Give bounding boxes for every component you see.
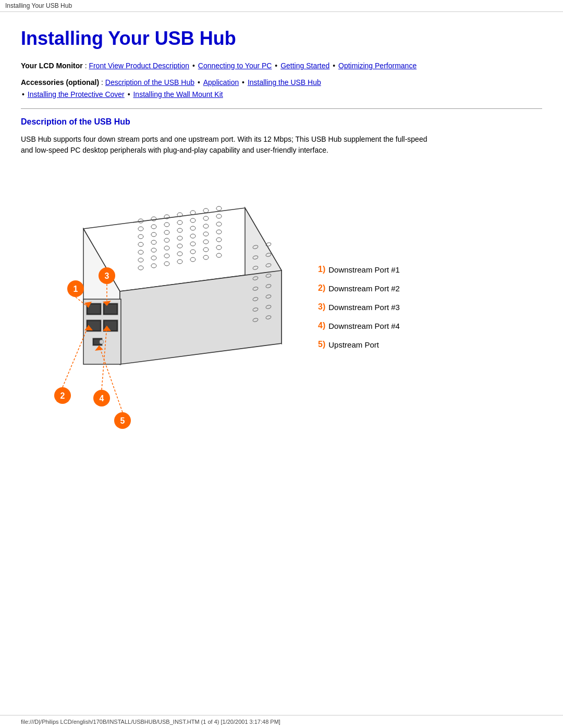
legend-num-1: 1) [318,265,325,274]
legend-item-2: 2) Downstream Port #2 [318,283,400,293]
page-content: Installing Your USB Hub Your LCD Monitor… [0,12,563,468]
diagram-area: 1 3 2 4 5 [21,166,542,437]
footer-text: file:///D|/Philips LCD/english/170B/INST… [21,719,280,725]
legend-item-1: 1) Downstream Port #1 [318,265,400,274]
legend-num-2: 2) [318,283,325,293]
link-wall-mount[interactable]: Installing the Wall Mount Kit [133,90,223,98]
legend-item-3: 3) Downstream Port #3 [318,302,400,312]
svg-text:2: 2 [60,391,65,400]
footer-bar: file:///D|/Philips LCD/english/170B/INST… [0,715,563,728]
svg-text:5: 5 [120,416,125,425]
bullet-2: • [275,61,279,70]
legend-text-5: Upstream Port [328,340,379,349]
browser-tab-label: Installing Your USB Hub [5,2,72,9]
link-protective[interactable]: Installing the Protective Cover [28,90,125,98]
accessories-nav: Accessories (optional) : Description of … [21,77,542,100]
section-title: Description of the USB Hub [21,117,542,127]
legend-item-4: 4) Downstream Port #4 [318,321,400,330]
svg-text:4: 4 [100,394,104,403]
description-text: USB Hub supports four down stream ports … [21,134,427,156]
svg-point-9 [203,208,209,213]
link-getting-started[interactable]: Getting Started [280,61,329,70]
svg-rect-73 [104,304,117,314]
svg-text:1: 1 [74,285,78,293]
legend-num-4: 4) [318,321,325,330]
accessories-label: Accessories (optional) [21,78,99,87]
acc-colon: : [101,78,105,87]
legend-text-4: Downstream Port #4 [328,322,400,330]
svg-text:3: 3 [105,272,109,280]
lcd-monitor-label: Your LCD Monitor [21,61,83,70]
lcd-monitor-nav: Your LCD Monitor : Front View Product De… [21,60,542,71]
usb-hub-svg: 1 3 2 4 5 [21,166,297,437]
acc-bullet-4: • [128,90,132,98]
legend-text-3: Downstream Port #3 [328,303,400,312]
section-divider [21,108,542,109]
acc-bullet-3: • [22,90,27,98]
page-title: Installing Your USB Hub [21,28,542,50]
svg-point-8 [190,211,195,215]
bullet-1: • [192,61,197,70]
svg-point-80 [100,340,104,344]
legend-num-5: 5) [318,340,325,349]
link-optimizing[interactable]: Optimizing Performance [338,61,417,70]
legend-text-1: Downstream Port #1 [328,265,400,274]
acc-bullet-1: • [198,78,202,87]
svg-point-10 [216,206,222,211]
legend-text-2: Downstream Port #2 [328,284,400,293]
link-front-view[interactable]: Front View Product Description [89,61,189,70]
legend-area: 1) Downstream Port #1 2) Downstream Port… [318,254,400,349]
link-installing-usb[interactable]: Installing the USB Hub [248,78,321,87]
link-application[interactable]: Application [203,78,239,87]
link-connecting[interactable]: Connecting to Your PC [198,61,272,70]
legend-num-3: 3) [318,302,325,312]
bullet-3: • [333,61,337,70]
legend-item-5: 5) Upstream Port [318,340,400,349]
usb-hub-diagram: 1 3 2 4 5 [21,166,297,437]
link-desc-usb[interactable]: Description of the USB Hub [105,78,194,87]
acc-bullet-2: • [242,78,247,87]
browser-tab: Installing Your USB Hub [0,0,563,12]
